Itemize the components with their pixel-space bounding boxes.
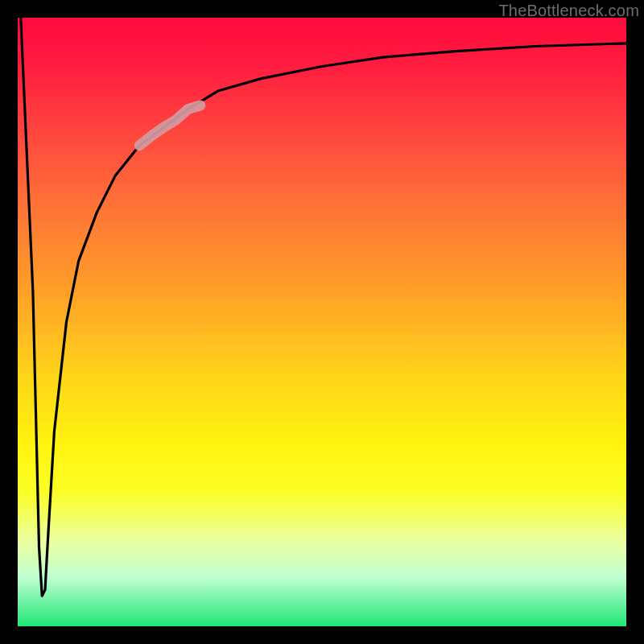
bottleneck-curve	[21, 18, 626, 596]
plot-area	[18, 18, 626, 626]
chart-frame: TheBottleneck.com	[0, 0, 644, 644]
curve-layer	[18, 18, 626, 626]
highlight-segment	[139, 105, 200, 146]
watermark-text: TheBottleneck.com	[498, 2, 639, 20]
